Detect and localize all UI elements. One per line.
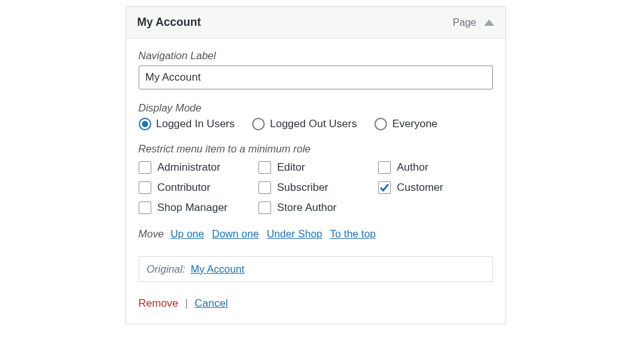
restrict-section: Restrict menu item to a minimum role Adm…: [139, 143, 493, 214]
display-mode-options: Logged In Users Logged Out Users Everyon…: [139, 118, 493, 130]
original-label: Original:: [147, 263, 185, 275]
move-to-top[interactable]: To the top: [330, 228, 376, 239]
checkbox-icon[interactable]: [139, 202, 151, 214]
checkbox-icon[interactable]: [139, 161, 151, 174]
move-row: Move Up one Down one Under Shop To the t…: [139, 228, 493, 240]
collapse-icon[interactable]: [484, 20, 494, 26]
checkbox-contributor[interactable]: Contributor: [139, 181, 258, 194]
checkbox-customer[interactable]: Customer: [378, 181, 485, 194]
radio-label: Logged In Users: [156, 118, 235, 130]
role-grid: Administrator Editor Author Contributor …: [139, 161, 493, 214]
restrict-label: Restrict menu item to a minimum role: [139, 143, 493, 155]
checkbox-label: Shop Manager: [158, 202, 228, 214]
radio-logged-out[interactable]: Logged Out Users: [252, 118, 357, 130]
original-box: Original: My Account: [139, 256, 493, 282]
panel-title: My Account: [137, 16, 201, 29]
original-link[interactable]: My Account: [191, 263, 245, 275]
checkbox-store-author[interactable]: Store Author: [258, 202, 378, 214]
checkbox-author[interactable]: Author: [378, 161, 485, 174]
radio-icon[interactable]: [374, 118, 387, 130]
checkbox-icon[interactable]: [258, 202, 271, 214]
checkbox-subscriber[interactable]: Subscriber: [258, 181, 378, 194]
radio-label: Everyone: [392, 118, 437, 130]
radio-icon[interactable]: [252, 118, 265, 130]
move-under-shop[interactable]: Under Shop: [267, 228, 322, 239]
checkbox-label: Editor: [277, 161, 305, 174]
nav-label-heading: Navigation Label: [139, 50, 493, 62]
checkbox-icon[interactable]: [378, 181, 391, 194]
remove-button[interactable]: Remove: [139, 297, 178, 309]
checkbox-administrator[interactable]: Administrator: [139, 161, 258, 174]
checkbox-icon[interactable]: [258, 181, 271, 194]
radio-label: Logged Out Users: [270, 118, 357, 130]
panel-type-label: Page: [453, 17, 476, 28]
panel-header[interactable]: My Account Page: [126, 7, 506, 38]
checkbox-icon[interactable]: [378, 161, 391, 174]
checkbox-label: Administrator: [158, 161, 221, 174]
panel-body: Navigation Label Display Mode Logged In …: [126, 38, 506, 324]
move-label: Move: [139, 228, 164, 239]
divider: |: [185, 297, 188, 309]
panel-type-group: Page: [453, 17, 494, 28]
menu-item-panel: My Account Page Navigation Label Display…: [125, 6, 506, 324]
checkbox-shop-manager[interactable]: Shop Manager: [139, 202, 258, 214]
checkbox-icon[interactable]: [258, 161, 271, 174]
checkbox-label: Contributor: [158, 181, 211, 194]
checkbox-editor[interactable]: Editor: [258, 161, 378, 174]
move-up-one[interactable]: Up one: [170, 228, 204, 239]
display-mode-section: Display Mode Logged In Users Logged Out …: [139, 102, 493, 130]
nav-label-input[interactable]: [139, 65, 493, 89]
radio-icon[interactable]: [139, 118, 151, 130]
checkbox-label: Customer: [397, 181, 444, 194]
cancel-button[interactable]: Cancel: [195, 297, 228, 309]
checkbox-label: Subscriber: [277, 181, 328, 194]
move-down-one[interactable]: Down one: [212, 228, 258, 239]
display-mode-label: Display Mode: [139, 102, 493, 114]
radio-everyone[interactable]: Everyone: [374, 118, 437, 130]
actions-row: Remove | Cancel: [139, 297, 493, 310]
checkbox-label: Store Author: [277, 202, 337, 214]
checkbox-icon[interactable]: [139, 181, 151, 194]
checkbox-label: Author: [397, 161, 429, 174]
radio-logged-in[interactable]: Logged In Users: [139, 118, 235, 130]
